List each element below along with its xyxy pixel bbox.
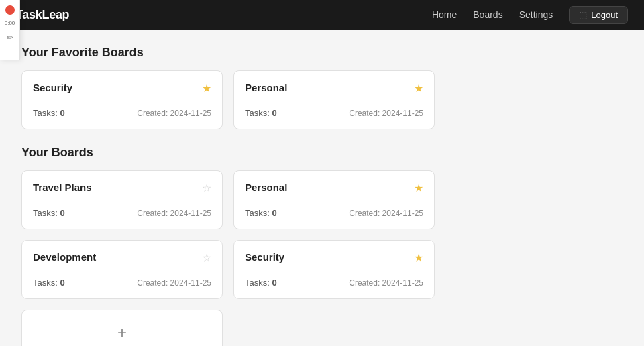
nav-home[interactable]: Home: [432, 9, 457, 20]
board-card-personal-star[interactable]: ★: [414, 182, 423, 194]
nav-settings[interactable]: Settings: [519, 9, 553, 20]
logout-label: Logout: [591, 10, 618, 20]
fav-card-security-footer: Tasks: 0 Created: 2024-11-25: [33, 108, 211, 118]
board-card-personal-header: Personal ★: [245, 182, 423, 194]
board-card-personal-tasks: Tasks: 0: [245, 208, 277, 218]
side-panel-icon: ✏: [4, 32, 16, 44]
board-card-security-star[interactable]: ★: [414, 251, 423, 264]
board-card-personal-footer: Tasks: 0 Created: 2024-11-25: [245, 208, 423, 218]
main-content: Your Favorite Boards Security ★ Tasks: 0…: [0, 30, 644, 346]
fav-card-security[interactable]: Security ★ Tasks: 0 Created: 2024-11-25: [21, 70, 223, 129]
fav-card-security-header: Security ★: [33, 82, 211, 95]
board-card-security-footer: Tasks: 0 Created: 2024-11-25: [245, 278, 423, 288]
board-card-travel-title: Travel Plans: [33, 182, 92, 193]
board-card-development-title: Development: [33, 251, 96, 263]
fav-card-personal-tasks: Tasks: 0: [245, 108, 277, 118]
board-card-development-date: Created: 2024-11-25: [137, 278, 211, 288]
board-card-development-footer: Tasks: 0 Created: 2024-11-25: [33, 278, 211, 288]
board-card-personal-title: Personal: [245, 182, 287, 193]
board-card-travel-footer: Tasks: 0 Created: 2024-11-25: [33, 208, 211, 218]
board-card-security[interactable]: Security ★ Tasks: 0 Created: 2024-11-25: [233, 240, 435, 299]
favorite-boards-title: Your Favorite Boards: [21, 46, 623, 60]
logout-button[interactable]: ⬚ Logout: [569, 6, 628, 24]
your-boards-grid: Travel Plans ☆ Tasks: 0 Created: 2024-11…: [21, 170, 623, 346]
fav-card-security-tasks: Tasks: 0: [33, 108, 65, 118]
side-panel-dot: [5, 5, 15, 15]
navbar: 0:00 ✏ TaskLeap Home Boards Settings ⬚ L…: [0, 0, 644, 30]
board-card-travel[interactable]: Travel Plans ☆ Tasks: 0 Created: 2024-11…: [21, 170, 223, 229]
brand-logo: TaskLeap: [16, 8, 69, 22]
board-card-travel-header: Travel Plans ☆: [33, 182, 211, 194]
fav-card-security-star[interactable]: ★: [202, 82, 211, 95]
fav-card-personal-header: Personal ★: [245, 82, 423, 95]
board-card-development-header: Development ☆: [33, 251, 211, 264]
plus-icon: +: [117, 325, 127, 341]
nav-boards[interactable]: Boards: [473, 9, 502, 20]
board-card-travel-star[interactable]: ☆: [202, 182, 211, 194]
your-boards-title: Your Boards: [21, 146, 623, 160]
favorite-boards-grid: Security ★ Tasks: 0 Created: 2024-11-25 …: [21, 70, 623, 129]
fav-card-personal-footer: Tasks: 0 Created: 2024-11-25: [245, 108, 423, 118]
board-card-personal-date: Created: 2024-11-25: [349, 209, 423, 218]
side-panel-time: 0:00: [5, 20, 15, 26]
fav-card-personal-title: Personal: [245, 82, 287, 93]
board-card-travel-date: Created: 2024-11-25: [137, 209, 211, 218]
board-card-security-title: Security: [245, 251, 284, 263]
board-card-security-date: Created: 2024-11-25: [349, 278, 423, 288]
board-card-travel-tasks: Tasks: 0: [33, 208, 65, 218]
board-card-personal[interactable]: Personal ★ Tasks: 0 Created: 2024-11-25: [233, 170, 435, 229]
fav-card-personal-date: Created: 2024-11-25: [349, 109, 423, 118]
side-panel: 0:00 ✏: [0, 0, 20, 60]
create-new-board-card[interactable]: + Create New Board: [21, 310, 223, 346]
logout-icon: ⬚: [579, 10, 587, 20]
board-card-development-star[interactable]: ☆: [202, 251, 211, 264]
board-card-security-header: Security ★: [245, 251, 423, 264]
fav-card-personal-star[interactable]: ★: [414, 82, 423, 95]
fav-card-security-date: Created: 2024-11-25: [137, 109, 211, 118]
fav-card-security-title: Security: [33, 82, 72, 93]
board-card-development[interactable]: Development ☆ Tasks: 0 Created: 2024-11-…: [21, 240, 223, 299]
board-card-security-tasks: Tasks: 0: [245, 278, 277, 288]
nav-links: Home Boards Settings ⬚ Logout: [432, 6, 628, 24]
board-card-development-tasks: Tasks: 0: [33, 278, 65, 288]
fav-card-personal[interactable]: Personal ★ Tasks: 0 Created: 2024-11-25: [233, 70, 435, 129]
